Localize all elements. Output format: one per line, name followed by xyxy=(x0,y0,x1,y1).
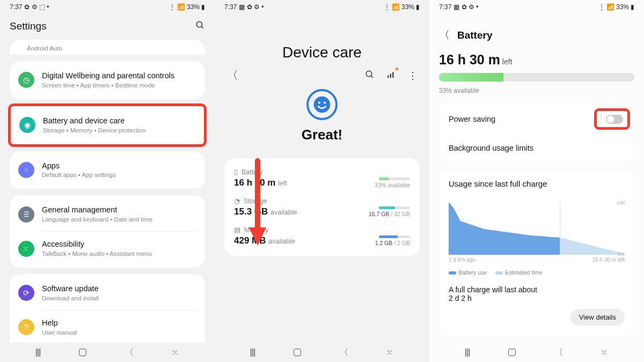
nav-home[interactable] xyxy=(79,349,86,356)
status-bar: 7:37 ▦ ✿ ⚙ • ⋮ 📶 33%▮ xyxy=(429,0,644,14)
apps-icon: ⁘ xyxy=(18,162,34,178)
metric-right: 33% available xyxy=(375,182,410,188)
screen-battery: 7:37 ▦ ✿ ⚙ • ⋮ 📶 33%▮ 〈 Battery 16 h 30 … xyxy=(429,0,644,362)
full-charge-text: A full charge will last about xyxy=(449,285,537,294)
nav-accessibility[interactable]: ⛌ xyxy=(601,348,609,357)
list-item[interactable]: ⛌ AccessibilityTalkBack • Mono audio • A… xyxy=(10,232,205,265)
status-icons-right: ⋮ 📶 xyxy=(384,3,400,11)
status-icons-right: ⋮ 📶 xyxy=(169,3,185,11)
more-icon[interactable]: ⋮ xyxy=(408,73,418,78)
update-icon: ⟳ xyxy=(18,285,34,301)
metric-label: Battery xyxy=(241,168,263,176)
metric-storage[interactable]: ◔Storage 15.3 GB available 16.7 GB / 32 … xyxy=(234,193,410,221)
usage-chart: 100 0% xyxy=(449,202,625,255)
status-icons-right: ⋮ 📶 xyxy=(598,3,614,11)
metric-label: Storage xyxy=(244,197,267,205)
metric-suffix: left xyxy=(278,180,287,187)
metric-right-dark: 1.2 GB xyxy=(375,240,393,246)
metric-value: 16 h 30 m xyxy=(234,178,276,188)
battery-progress xyxy=(439,73,634,82)
status-icons-left: ▦ ✿ ⚙ • xyxy=(239,3,264,11)
metric-suffix: available xyxy=(268,238,295,245)
device-care-icon: ◉ xyxy=(19,117,35,133)
nav-accessibility[interactable]: ⛌ xyxy=(386,348,394,357)
list-item-title: Digital Wellbeing and parental controls xyxy=(42,71,196,81)
metric-memory[interactable]: ▤Memory 429 MB available 1.2 GB / 2 GB xyxy=(234,221,410,250)
nav-home[interactable] xyxy=(508,349,516,356)
legend-est: Estimated time xyxy=(505,269,542,276)
status-bar: 7:37 ▦ ✿ ⚙ • ⋮ 📶 33%▮ xyxy=(215,0,429,14)
list-item-title: Accessibility xyxy=(42,239,196,249)
storage-icon: ◔ xyxy=(234,197,240,205)
nav-recent[interactable]: ||| xyxy=(35,348,40,357)
list-item-title: Apps xyxy=(42,161,196,171)
clock: 7:37 xyxy=(224,3,237,11)
bg-limits-label: Background usage limits xyxy=(449,144,533,152)
chart-icon[interactable] xyxy=(386,70,396,82)
list-item[interactable]: ? HelpUser manual xyxy=(10,311,205,343)
legend-use: Battery use xyxy=(458,269,487,276)
setting-power-saving[interactable]: Power saving xyxy=(439,103,634,135)
nav-back[interactable]: 〈 xyxy=(554,347,563,358)
battery-pct: 33% xyxy=(616,3,629,11)
svg-point-8 xyxy=(318,101,320,104)
x-left: 1 d 8 h ago xyxy=(449,257,475,263)
nav-back[interactable]: 〈 xyxy=(125,347,134,358)
battery-pct: 33% xyxy=(187,3,200,11)
metric-value: 15.3 GB xyxy=(234,206,268,217)
list-item-title: Software update xyxy=(42,284,196,294)
svg-line-3 xyxy=(371,76,373,78)
page-title: Settings xyxy=(10,20,47,32)
status-bar: 7:37 ✿ ⚙ ⬚ • ⋮ 📶 33%▮ xyxy=(0,0,215,14)
y-bot: 0% xyxy=(618,252,625,257)
svg-rect-5 xyxy=(390,74,391,78)
power-saving-label: Power saving xyxy=(449,115,495,123)
nav-recent[interactable]: ||| xyxy=(465,348,470,357)
nav-accessibility[interactable]: ⛌ xyxy=(172,348,179,357)
battery-icon: ▮ xyxy=(416,3,420,11)
power-saving-toggle[interactable] xyxy=(606,115,623,124)
svg-point-2 xyxy=(366,71,372,77)
list-item-sub: Default apps • App settings xyxy=(42,171,196,179)
list-item-sub: Storage • Memory • Device protection xyxy=(43,127,195,135)
status-icons-left: ✿ ⚙ ⬚ • xyxy=(24,3,49,11)
svg-marker-13 xyxy=(560,238,625,255)
list-item-device-care[interactable]: ◉ Battery and device careStorage • Memor… xyxy=(11,108,204,142)
nav-bar: ||| 〈 ⛌ xyxy=(429,343,644,362)
back-button[interactable]: 〈 xyxy=(226,68,238,84)
nav-bar: ||| 〈 ⛌ xyxy=(0,343,215,362)
pct-available: 33% available xyxy=(439,87,634,94)
setting-bg-limits[interactable]: Background usage limits xyxy=(439,135,634,161)
metric-battery[interactable]: ▯Battery 16 h 30 m left 33% available xyxy=(234,164,410,193)
view-details-button[interactable]: View details xyxy=(570,309,625,326)
time-left-suffix: left xyxy=(500,57,513,66)
wellbeing-icon: ◷ xyxy=(18,72,34,88)
svg-marker-12 xyxy=(449,202,560,255)
search-icon[interactable] xyxy=(365,70,375,82)
usage-title: Usage since last full charge xyxy=(449,179,625,188)
nav-recent[interactable]: ||| xyxy=(250,348,255,357)
list-item-sub: Language and keyboard • Date and time xyxy=(42,216,196,224)
list-item-truncated[interactable]: Android Auto xyxy=(10,40,205,55)
svg-point-0 xyxy=(196,21,202,27)
nav-home[interactable] xyxy=(294,349,301,356)
battery-icon: ▯ xyxy=(234,168,238,176)
list-item-title: Help xyxy=(42,318,196,328)
list-item[interactable]: ◷ Digital Wellbeing and parental control… xyxy=(10,63,205,97)
list-item[interactable]: ☰ General managementLanguage and keyboar… xyxy=(10,197,205,231)
search-icon[interactable] xyxy=(195,20,205,32)
list-item[interactable]: ⁘ AppsDefault apps • App settings xyxy=(10,153,205,187)
y-top: 100 xyxy=(617,200,625,205)
page-title: Device care xyxy=(224,14,420,61)
list-item[interactable]: ⟳ Software updateDownload and install xyxy=(10,276,205,310)
metric-right-light: / 32 GB xyxy=(389,211,410,217)
accessibility-icon: ⛌ xyxy=(18,241,34,257)
nav-back[interactable]: 〈 xyxy=(340,347,348,358)
list-item-sub: User manual xyxy=(42,329,196,337)
highlight-box xyxy=(594,108,630,130)
back-button[interactable]: 〈 xyxy=(439,28,450,42)
highlight-box: ◉ Battery and device careStorage • Memor… xyxy=(8,104,207,147)
svg-rect-6 xyxy=(392,72,393,78)
list-item-sub: Screen time • App timers • Bedtime mode xyxy=(42,82,196,90)
notification-dot xyxy=(396,68,398,70)
